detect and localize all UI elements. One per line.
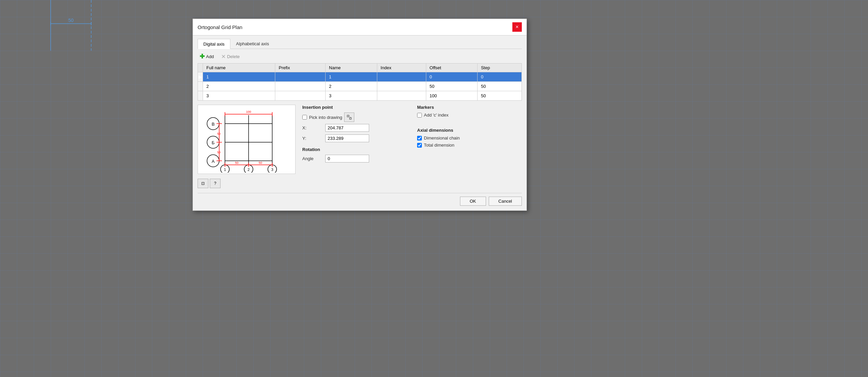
row-indicator [198, 91, 203, 101]
total-dimension-label: Total dimension [424, 143, 454, 148]
pick-label: Pick into drawing [309, 115, 342, 120]
insertion-point-title: Insertion point [302, 105, 407, 110]
cell-prefix[interactable] [275, 72, 326, 82]
preview-box: В Б А 1 2 3 [198, 105, 296, 174]
total-dimension-row: Total dimension [417, 143, 522, 148]
preview-icon-btn-2[interactable]: ? [210, 179, 221, 188]
y-input[interactable] [325, 134, 369, 142]
svg-text:50: 50 [259, 161, 262, 165]
cell-index[interactable] [377, 72, 426, 82]
dimensional-chain-label: Dimensional chain [424, 135, 460, 141]
x-label: X: [302, 125, 323, 130]
rotation-title: Rotation [302, 147, 407, 152]
pick-icon [347, 115, 352, 120]
axial-dimensions-title: Axial dimensions [417, 128, 522, 133]
dimensional-chain-checkbox[interactable] [417, 136, 422, 141]
svg-text:2: 2 [248, 168, 250, 172]
cell-step[interactable]: 0 [477, 72, 521, 82]
row-indicator [198, 82, 203, 91]
cell-offset[interactable]: 50 [426, 82, 477, 91]
svg-text:50: 50 [217, 151, 221, 154]
preview-svg: В Б А 1 2 3 [198, 105, 296, 173]
cell-name[interactable]: 1 [326, 72, 377, 82]
cell-offset[interactable]: 100 [426, 91, 477, 101]
cell-fullname[interactable]: 3 [203, 91, 275, 101]
cell-fullname[interactable]: 2 [203, 82, 275, 91]
table-row[interactable]: ▶ 1 1 0 0 [198, 72, 522, 82]
delete-button[interactable]: ✕ Delete [219, 52, 242, 61]
svg-rect-80 [347, 115, 349, 117]
x-field-row: X: [302, 124, 407, 132]
dialog-footer: OK Cancel [198, 193, 522, 206]
svg-text:А: А [212, 159, 215, 164]
angle-field-row: Angle [302, 155, 407, 162]
cell-name[interactable]: 2 [326, 82, 377, 91]
add-c-index-label: Add 'c' index [424, 112, 449, 118]
cell-name[interactable]: 3 [326, 91, 377, 101]
delete-label: Delete [227, 54, 240, 59]
row-indicator: ▶ [198, 72, 203, 82]
insertion-rotation-panel: Insertion point Pick into drawing [302, 105, 407, 188]
cell-prefix[interactable] [275, 82, 326, 91]
y-label: Y: [302, 136, 323, 141]
th-fullname: Full name [203, 64, 275, 72]
cell-step[interactable]: 50 [477, 91, 521, 101]
markers-axial-panel: Markers Add 'c' index Axial dimensions D… [417, 105, 522, 188]
th-name: Name [326, 64, 377, 72]
th-indicator [198, 64, 203, 72]
angle-input[interactable] [325, 155, 369, 162]
pick-checkbox[interactable] [302, 115, 307, 120]
add-button[interactable]: ✚ Add [198, 52, 216, 61]
cell-fullname[interactable]: 1 [203, 72, 275, 82]
delete-icon: ✕ [221, 53, 226, 60]
y-field-row: Y: [302, 134, 407, 142]
preview-column: В Б А 1 2 3 [198, 105, 296, 188]
tab-alphabetical-axis[interactable]: Alphabetical axis [230, 39, 275, 49]
add-icon: ✚ [200, 53, 205, 60]
total-dimension-checkbox[interactable] [417, 143, 422, 148]
table-row[interactable]: 2 2 50 50 [198, 82, 522, 91]
dialog-body: Digital axis Alphabetical axis ✚ Add ✕ D… [193, 35, 527, 210]
th-step: Step [477, 64, 521, 72]
grid-table: Full name Prefix Name Index Offset Step … [198, 63, 522, 101]
x-input[interactable] [325, 124, 369, 132]
toolbar: ✚ Add ✕ Delete [198, 52, 522, 61]
dimensional-chain-row: Dimensional chain [417, 135, 522, 141]
cell-index[interactable] [377, 91, 426, 101]
markers-title: Markers [417, 105, 522, 110]
svg-text:50: 50 [235, 161, 238, 165]
ok-button[interactable]: OK [460, 197, 486, 206]
bottom-section: В Б А 1 2 3 [198, 105, 522, 188]
tab-digital-axis[interactable]: Digital axis [198, 39, 230, 49]
preview-icon-row: ⊡ ? [198, 179, 296, 188]
axial-dimensions-section: Axial dimensions Dimensional chain Total… [417, 128, 522, 148]
add-c-index-row: Add 'c' index [417, 112, 522, 118]
svg-text:1: 1 [224, 168, 226, 172]
cell-prefix[interactable] [275, 91, 326, 101]
svg-rect-81 [350, 118, 351, 119]
cancel-button[interactable]: Cancel [489, 197, 522, 206]
cell-step[interactable]: 50 [477, 82, 521, 91]
svg-text:Б: Б [212, 140, 215, 145]
svg-text:50: 50 [217, 132, 221, 135]
table-row[interactable]: 3 3 100 50 [198, 91, 522, 101]
cell-index[interactable] [377, 82, 426, 91]
preview-icon-btn-1[interactable]: ⊡ [198, 179, 208, 188]
cell-offset[interactable]: 0 [426, 72, 477, 82]
th-prefix: Prefix [275, 64, 326, 72]
right-panel: Insertion point Pick into drawing [302, 105, 522, 188]
close-button[interactable]: × [512, 22, 522, 32]
dialog: Ortogonal Grid Plan × Digital axis Alpha… [193, 19, 527, 211]
svg-text:3: 3 [271, 168, 273, 172]
add-c-index-checkbox[interactable] [417, 113, 422, 118]
th-index: Index [377, 64, 426, 72]
th-offset: Offset [426, 64, 477, 72]
svg-text:В: В [212, 122, 215, 127]
dialog-titlebar: Ortogonal Grid Plan × [193, 19, 527, 35]
svg-text:100: 100 [246, 110, 251, 114]
tab-bar: Digital axis Alphabetical axis [198, 39, 522, 49]
angle-label: Angle [302, 156, 323, 161]
pick-button[interactable] [344, 112, 354, 122]
add-label: Add [206, 54, 214, 59]
rotation-section: Rotation Angle [302, 147, 407, 162]
